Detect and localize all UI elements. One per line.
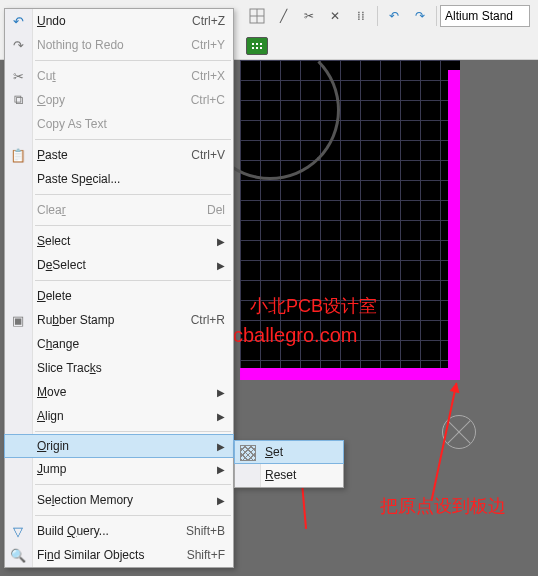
menu-shortcut: Ctrl+X: [191, 69, 225, 83]
edit-context-menu: ↶ Undo Ctrl+Z ↷ Nothing to Redo Ctrl+Y ✂…: [4, 8, 234, 568]
pcb-outline-right: [448, 70, 460, 380]
menu-separator: [35, 139, 231, 140]
stamp-icon: ▣: [9, 311, 27, 329]
menu-copy[interactable]: ⧉ Copy Ctrl+C: [5, 88, 233, 112]
menu-label: Reset: [265, 468, 335, 482]
paste-icon: 📋: [9, 146, 27, 164]
menu-find-similar[interactable]: 🔍 Find Similar Objects Shift+F: [5, 543, 233, 567]
menu-separator: [35, 484, 231, 485]
menu-build-query[interactable]: ▽ Build Query... Shift+B: [5, 519, 233, 543]
submenu-arrow-icon: ▶: [211, 387, 225, 398]
dots-tool-icon[interactable]: ⁞⁞: [349, 4, 373, 28]
menu-shortcut: Ctrl+R: [191, 313, 225, 327]
style-combo[interactable]: Altium Stand: [440, 5, 530, 27]
submenu-arrow-icon: ▶: [211, 464, 225, 475]
toolbar-separator: [377, 6, 378, 26]
menu-label: Copy: [37, 93, 191, 107]
menu-copy-as-text[interactable]: Copy As Text: [5, 112, 233, 136]
menu-label: DeSelect: [37, 258, 211, 272]
menu-label: Move: [37, 385, 211, 399]
menu-shortcut: Ctrl+Y: [191, 38, 225, 52]
submenu-reset[interactable]: Reset: [235, 463, 343, 487]
cut-tool-icon[interactable]: ✂: [297, 4, 321, 28]
menu-paste[interactable]: 📋 Paste Ctrl+V: [5, 143, 233, 167]
menu-cut[interactable]: ✂ Cut Ctrl+X: [5, 64, 233, 88]
menu-paste-special[interactable]: Paste Special...: [5, 167, 233, 191]
menu-separator: [35, 194, 231, 195]
menu-label: Slice Tracks: [37, 361, 225, 375]
menu-separator: [35, 515, 231, 516]
menu-label: Undo: [37, 14, 192, 28]
menu-shortcut: Shift+B: [186, 524, 225, 538]
cut-icon: ✂: [9, 67, 27, 85]
menu-label: Align: [37, 409, 211, 423]
menu-move[interactable]: Move ▶: [5, 380, 233, 404]
redo-icon: ↷: [9, 36, 27, 54]
menu-redo[interactable]: ↷ Nothing to Redo Ctrl+Y: [5, 33, 233, 57]
toolbar-row-1: ╱ ✂ ✕ ⁞⁞ ↶ ↷ Altium Stand: [240, 2, 538, 30]
menu-deselect[interactable]: DeSelect ▶: [5, 253, 233, 277]
menu-label: Selection Memory: [37, 493, 211, 507]
funnel-icon: ▽: [9, 522, 27, 540]
menu-delete[interactable]: Delete: [5, 284, 233, 308]
menu-label: Rubber Stamp: [37, 313, 191, 327]
submenu-arrow-icon: ▶: [211, 411, 225, 422]
toolbar-label: Altium Stand: [445, 9, 513, 23]
submenu-arrow-icon: ▶: [211, 495, 225, 506]
origin-submenu: Set Reset: [234, 440, 344, 488]
menu-label: Nothing to Redo: [37, 38, 191, 52]
menu-shortcut: Ctrl+C: [191, 93, 225, 107]
redo-icon[interactable]: ↷: [408, 4, 432, 28]
copy-icon: ⧉: [9, 91, 27, 109]
annotation-text: 把原点设到板边: [380, 494, 506, 519]
menu-label: Clear: [37, 203, 207, 217]
menu-shortcut: Ctrl+V: [191, 148, 225, 162]
menu-label: Find Similar Objects: [37, 548, 187, 562]
menu-shortcut: Shift+F: [187, 548, 225, 562]
submenu-arrow-icon: ▶: [211, 441, 225, 452]
menu-label: Jump: [37, 462, 211, 476]
menu-label: Origin: [37, 439, 211, 453]
menu-select[interactable]: Select ▶: [5, 229, 233, 253]
menu-undo[interactable]: ↶ Undo Ctrl+Z: [5, 9, 233, 33]
submenu-arrow-icon: ▶: [211, 260, 225, 271]
menu-label: Delete: [37, 289, 225, 303]
menu-separator: [35, 225, 231, 226]
menu-label: Paste: [37, 148, 191, 162]
menu-shortcut: Ctrl+Z: [192, 14, 225, 28]
menu-jump[interactable]: Jump ▶: [5, 457, 233, 481]
menu-selection-memory[interactable]: Selection Memory ▶: [5, 488, 233, 512]
menu-shortcut: Del: [207, 203, 225, 217]
menu-label: Set: [265, 445, 335, 459]
origin-set-icon: [239, 444, 257, 462]
menu-label: Cut: [37, 69, 191, 83]
undo-icon: ↶: [9, 12, 27, 30]
menu-label: Select: [37, 234, 211, 248]
menu-label: Change: [37, 337, 225, 351]
submenu-set[interactable]: Set: [234, 440, 344, 464]
line-tool-icon[interactable]: ╱: [271, 4, 295, 28]
cross-tool-icon[interactable]: ✕: [323, 4, 347, 28]
menu-rubber-stamp[interactable]: ▣ Rubber Stamp Ctrl+R: [5, 308, 233, 332]
menu-slice-tracks[interactable]: Slice Tracks: [5, 356, 233, 380]
undo-icon[interactable]: ↶: [382, 4, 406, 28]
menu-label: Build Query...: [37, 524, 186, 538]
menu-clear[interactable]: Clear Del: [5, 198, 233, 222]
search-icon: 🔍: [9, 546, 27, 564]
menu-separator: [35, 60, 231, 61]
menu-origin[interactable]: Origin ▶: [4, 434, 234, 458]
toolbar-separator: [436, 6, 437, 26]
pcb-outline-bottom: [240, 368, 460, 380]
menu-align[interactable]: Align ▶: [5, 404, 233, 428]
menu-separator: [35, 280, 231, 281]
menu-separator: [35, 431, 231, 432]
menu-label: Copy As Text: [37, 117, 225, 131]
menu-label: Paste Special...: [37, 172, 225, 186]
menu-change[interactable]: Change: [5, 332, 233, 356]
submenu-arrow-icon: ▶: [211, 236, 225, 247]
watermark-line1: 小北PCB设计室: [250, 294, 377, 318]
grid-icon[interactable]: [245, 4, 269, 28]
